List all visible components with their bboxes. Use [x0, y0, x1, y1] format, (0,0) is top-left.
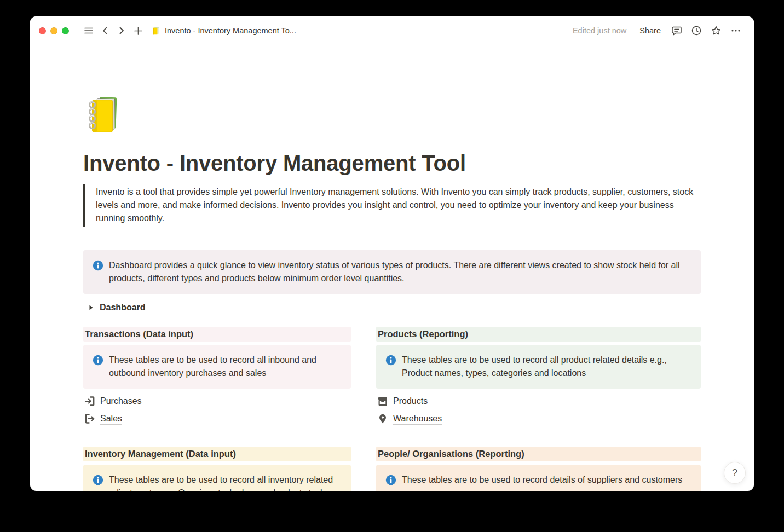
- comment-icon: [671, 25, 682, 36]
- titlebar-actions: Edited just now Share: [573, 23, 744, 38]
- heading-transactions[interactable]: Transactions (Data input): [83, 327, 351, 342]
- quote-block[interactable]: Invento is a tool that provides simple y…: [83, 184, 701, 227]
- info-icon: [92, 474, 104, 486]
- dashboard-callout[interactable]: Dashboard provides a quick glance to vie…: [83, 250, 701, 294]
- toggle-triangle-icon[interactable]: [84, 301, 97, 314]
- heading-products[interactable]: Products (Reporting): [376, 327, 701, 342]
- page-link-warehouses[interactable]: Warehouses: [376, 411, 701, 426]
- breadcrumb[interactable]: Invento - Inventory Management To...: [151, 26, 296, 36]
- two-column-layout: Transactions (Data input) These tables a…: [83, 327, 701, 491]
- link-label: Warehouses: [393, 413, 442, 425]
- plus-icon: [134, 26, 143, 36]
- page-scroll-area[interactable]: Invento - Inventory Management Tool Inve…: [30, 45, 754, 491]
- more-options-button[interactable]: [728, 23, 744, 38]
- info-icon: [92, 259, 104, 271]
- comments-button[interactable]: [668, 23, 685, 38]
- people-callout[interactable]: These tables are to be used to record de…: [376, 465, 701, 491]
- enter-icon: [83, 395, 96, 408]
- new-tab-button[interactable]: [130, 23, 146, 38]
- callout-text: These tables are to be used to record de…: [402, 473, 682, 487]
- page-link-sales[interactable]: Sales: [83, 411, 351, 426]
- products-links: Products Warehouses: [376, 394, 701, 426]
- info-icon: [385, 354, 397, 366]
- ellipsis-icon: [730, 25, 741, 36]
- dashboard-toggle[interactable]: Dashboard: [83, 300, 701, 315]
- traffic-lights: [39, 27, 69, 34]
- tab-title-text: Invento - Inventory Management To...: [165, 26, 296, 35]
- column-left: Transactions (Data input) These tables a…: [83, 327, 351, 491]
- column-right: Products (Reporting) These tables are to…: [376, 327, 701, 491]
- page-icon-notebook[interactable]: [83, 93, 126, 136]
- info-icon: [385, 474, 397, 486]
- column-divider: [351, 327, 376, 491]
- exit-icon: [83, 412, 96, 425]
- forward-button[interactable]: [114, 23, 129, 38]
- transactions-links: Purchases Sales: [83, 394, 351, 426]
- zoom-window-button[interactable]: [62, 27, 69, 34]
- hamburger-icon: [84, 26, 94, 36]
- info-icon: [92, 354, 104, 366]
- chevron-left-icon: [101, 26, 109, 35]
- favorite-button[interactable]: [708, 23, 724, 38]
- chevron-right-icon: [117, 26, 126, 35]
- clock-icon: [691, 25, 702, 36]
- callout-text: These tables are to be used to record al…: [109, 354, 342, 380]
- page-link-products[interactable]: Products: [376, 394, 701, 409]
- page-link-purchases[interactable]: Purchases: [83, 394, 351, 409]
- transactions-callout[interactable]: These tables are to be used to record al…: [83, 345, 351, 389]
- callout-text: These tables are to be used to record al…: [109, 473, 342, 491]
- history-button[interactable]: [688, 23, 705, 38]
- notebook-icon: [151, 26, 160, 36]
- minimize-window-button[interactable]: [50, 27, 57, 34]
- inventory-callout[interactable]: These tables are to be used to record al…: [83, 465, 351, 491]
- sidebar-toggle-button[interactable]: [81, 23, 96, 38]
- link-label: Products: [393, 395, 428, 407]
- close-window-button[interactable]: [39, 27, 46, 34]
- edited-timestamp: Edited just now: [573, 26, 626, 35]
- archive-box-icon: [376, 395, 389, 408]
- link-label: Purchases: [100, 395, 142, 407]
- star-icon: [711, 25, 722, 36]
- toggle-label: Dashboard: [100, 303, 146, 313]
- titlebar: Invento - Inventory Management To... Edi…: [30, 16, 754, 45]
- callout-text: These tables are to be used to record al…: [402, 354, 692, 380]
- heading-people-organisations[interactable]: People/ Organisations (Reporting): [376, 447, 701, 461]
- products-callout[interactable]: These tables are to be used to record al…: [376, 345, 701, 389]
- location-pin-icon: [376, 412, 389, 425]
- link-label: Sales: [100, 413, 122, 425]
- callout-text: Dashboard provides a quick glance to vie…: [109, 259, 692, 285]
- heading-inventory-management[interactable]: Inventory Management (Data input): [83, 447, 351, 461]
- help-button[interactable]: ?: [724, 462, 746, 484]
- page-title[interactable]: Invento - Inventory Management Tool: [83, 150, 701, 176]
- desktop-backdrop: Invento - Inventory Management To... Edi…: [0, 0, 784, 532]
- share-button[interactable]: Share: [635, 24, 665, 37]
- back-button[interactable]: [97, 23, 113, 38]
- notion-window: Invento - Inventory Management To... Edi…: [30, 16, 754, 491]
